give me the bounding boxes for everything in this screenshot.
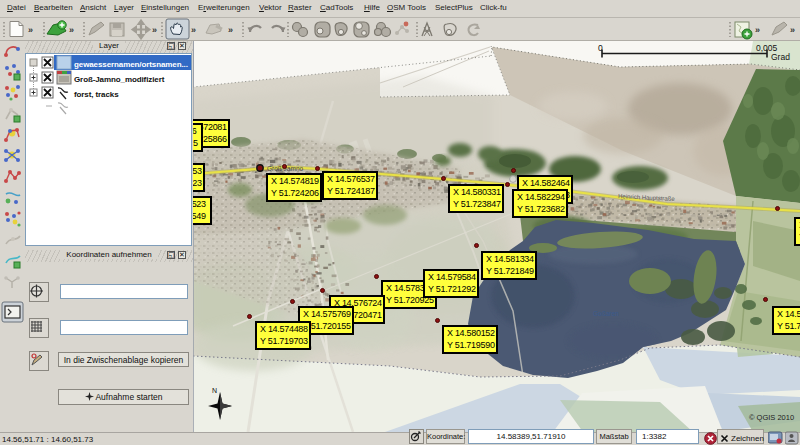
svg-text:N: N xyxy=(212,387,217,394)
svg-text:»: » xyxy=(69,25,74,35)
svg-text:Groß-Jamno_modifiziert: Groß-Jamno_modifiziert xyxy=(74,75,165,84)
svg-text:»: » xyxy=(228,25,233,35)
svg-text:Grad: Grad xyxy=(771,52,790,62)
svg-text:»: » xyxy=(191,25,196,35)
svg-text:Goßaren: Goßaren xyxy=(593,310,619,317)
svg-text:»: » xyxy=(755,25,760,35)
svg-text:gewaessernamen/ortsnamen...: gewaessernamen/ortsnamen... xyxy=(74,60,188,69)
svg-text:© QGIS 2010: © QGIS 2010 xyxy=(749,413,794,422)
svg-text:forst, tracks: forst, tracks xyxy=(74,90,119,99)
svg-text:»: » xyxy=(790,25,795,35)
svg-text:»: » xyxy=(152,25,157,35)
svg-text:»: » xyxy=(28,25,33,35)
svg-text:0: 0 xyxy=(598,43,603,53)
